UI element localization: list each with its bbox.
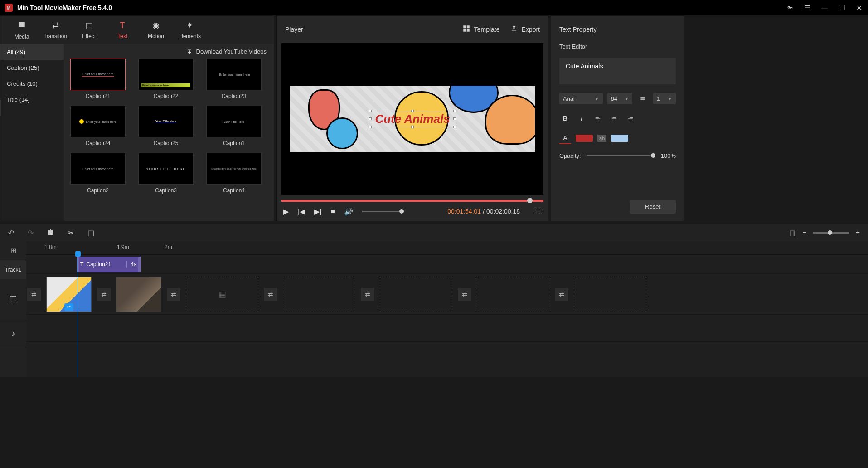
close-button[interactable]: ✕	[854, 3, 863, 12]
align-left-button[interactable]	[592, 112, 604, 124]
font-size-select[interactable]: 64▼	[607, 93, 633, 104]
play-button[interactable]: ▶	[283, 207, 289, 216]
transition-slot[interactable]: ⇄	[27, 288, 41, 301]
tab-media-label: Media	[15, 34, 29, 40]
category-item[interactable]: Credits (10)	[0, 76, 64, 92]
audio-track-icon: ♪	[0, 320, 26, 347]
titlebar: M MiniTool MovieMaker Free 5.4.0 ☰ — ❐ ✕	[0, 0, 868, 15]
activate-key-icon[interactable]	[786, 3, 795, 12]
stop-button[interactable]: ■	[330, 207, 335, 215]
transition-slot[interactable]: ⇄	[361, 288, 374, 301]
empty-clip-slot[interactable]	[574, 277, 646, 312]
playhead[interactable]	[75, 251, 81, 257]
crop-button[interactable]: ◫	[87, 229, 94, 237]
zoom-out-button[interactable]: −	[802, 229, 806, 237]
thumbnail-label: Caption25	[154, 140, 179, 146]
zoom-in-button[interactable]: +	[856, 229, 860, 237]
transition-slot[interactable]: ⇄	[458, 288, 471, 301]
volume-icon[interactable]: 🔊	[344, 207, 353, 216]
minimize-button[interactable]: —	[820, 3, 829, 12]
transition-slot[interactable]: ⇄	[555, 288, 568, 301]
highlight-color-swatch[interactable]	[611, 135, 628, 142]
bold-button[interactable]: B	[559, 112, 571, 124]
template-button[interactable]: Template	[462, 24, 500, 34]
zoom-slider[interactable]	[813, 232, 849, 234]
opacity-slider[interactable]	[587, 155, 655, 156]
redo-button[interactable]: ↷	[28, 229, 34, 237]
progress-bar[interactable]	[281, 200, 543, 202]
thumbnail-item[interactable]: Enter your name hereCaption24	[68, 106, 127, 146]
audio-track[interactable]	[26, 315, 868, 342]
thumbnail-label: Caption1	[223, 140, 245, 146]
thumbnail-item[interactable]: Your Title HereCaption25	[136, 106, 195, 146]
category-item[interactable]: All (49)	[0, 44, 64, 60]
align-right-button[interactable]	[625, 112, 636, 124]
tab-text[interactable]: T Text	[106, 21, 139, 39]
tab-elements[interactable]: ✦ Elements	[173, 20, 206, 39]
expand-panel-button[interactable]: ›	[0, 100, 1, 116]
text-color-icon: A	[559, 132, 571, 144]
opacity-label: Opacity:	[559, 152, 581, 159]
category-item[interactable]: Title (14)	[0, 92, 64, 107]
empty-clip-slot[interactable]: ▦	[186, 277, 258, 312]
prev-frame-button[interactable]: |◀	[298, 207, 305, 216]
preview-viewport[interactable]: Cute Animals	[281, 43, 543, 195]
text-editor-label: Text Editor	[559, 43, 676, 50]
text-editor-field[interactable]: Cute Animals	[559, 58, 676, 84]
thumbnail-item[interactable]: Enter your name hereCaption2	[68, 153, 127, 194]
add-track-button[interactable]: ⊞	[0, 241, 26, 260]
video-clip-2[interactable]	[116, 277, 161, 312]
align-center-button[interactable]	[608, 112, 620, 124]
app-title: MiniTool MovieMaker Free 5.4.0	[17, 4, 112, 11]
text-clip[interactable]: T Caption21 4s	[77, 257, 141, 272]
maximize-button[interactable]: ❐	[837, 3, 846, 12]
tab-transition[interactable]: ⇄ Transition	[39, 20, 72, 39]
transition-slot[interactable]: ⇄	[167, 288, 180, 301]
italic-button[interactable]: I	[576, 112, 587, 124]
video-track[interactable]: ⇄ ✂ ⇄ ⇄ ▦ ⇄ ⇄ ⇄ ⇄	[26, 274, 868, 315]
timeline-ruler[interactable]: 1.8m 1.9m 2m	[26, 241, 868, 255]
split-marker-icon[interactable]: ✂	[64, 303, 73, 311]
download-youtube-link[interactable]: Download YouTube Videos	[64, 44, 274, 58]
menu-icon[interactable]: ☰	[803, 3, 812, 12]
thumbnail-item[interactable]: Your Title HereCaption1	[204, 106, 263, 146]
thumbnail-item[interactable]: YOUR TITLE HERECaption3	[136, 153, 195, 194]
fullscreen-button[interactable]: ⛶	[534, 207, 542, 215]
thumbnail-item[interactable]: Enter your name hereCaption23	[204, 58, 263, 99]
fit-button[interactable]: ▥	[789, 229, 796, 237]
tab-motion[interactable]: ◉ Motion	[139, 20, 173, 39]
delete-button[interactable]: 🗑	[47, 229, 54, 237]
undo-button[interactable]: ↶	[8, 229, 14, 237]
text-overlay[interactable]: Cute Animals	[370, 111, 455, 127]
reset-button[interactable]: Reset	[630, 200, 676, 214]
time-total: 00:02:00.18	[486, 208, 520, 215]
thumbnail-item[interactable]: Enter your name hereCaption22	[136, 58, 195, 99]
thumbnail-label: Caption4	[223, 187, 245, 194]
library-panel: Media ⇄ Transition ◫ Effect T Text ◉ Mot…	[0, 15, 274, 221]
thumbnail-label: Caption2	[87, 187, 109, 194]
video-clip-1[interactable]: ✂	[46, 277, 92, 312]
next-frame-button[interactable]: ▶|	[314, 207, 321, 216]
line-height-select[interactable]: 1▼	[653, 93, 676, 104]
tab-effect[interactable]: ◫ Effect	[72, 20, 106, 39]
empty-clip-slot[interactable]	[477, 277, 549, 312]
thumbnail-item[interactable]: small title here small title here small …	[204, 153, 263, 194]
text-color-swatch[interactable]	[576, 135, 593, 142]
transition-slot[interactable]: ⇄	[264, 288, 277, 301]
highlight-icon: ab	[597, 135, 606, 142]
empty-clip-slot[interactable]	[380, 277, 452, 312]
text-track[interactable]: T Caption21 4s	[26, 255, 868, 274]
thumbnail-item[interactable]: Enter your name hereCaption21	[68, 58, 127, 99]
volume-slider[interactable]	[362, 211, 404, 212]
timeline: ↶ ↷ 🗑 ✂ ◫ ▥ − + ⊞ Track1 🎞 ♪ 1.8m 1.9m 2…	[0, 224, 868, 377]
export-button[interactable]: Export	[510, 24, 540, 34]
transition-slot[interactable]: ⇄	[97, 288, 111, 301]
font-select[interactable]: Arial▼	[559, 93, 603, 104]
split-button[interactable]: ✂	[68, 229, 74, 237]
progress-knob[interactable]	[527, 198, 533, 203]
tab-media[interactable]: Media	[5, 20, 39, 40]
empty-clip-slot[interactable]	[283, 277, 355, 312]
line-spacing-icon[interactable]	[637, 93, 649, 104]
category-item[interactable]: Caption (25)	[0, 60, 64, 76]
thumbnail-label: Caption3	[155, 187, 177, 194]
